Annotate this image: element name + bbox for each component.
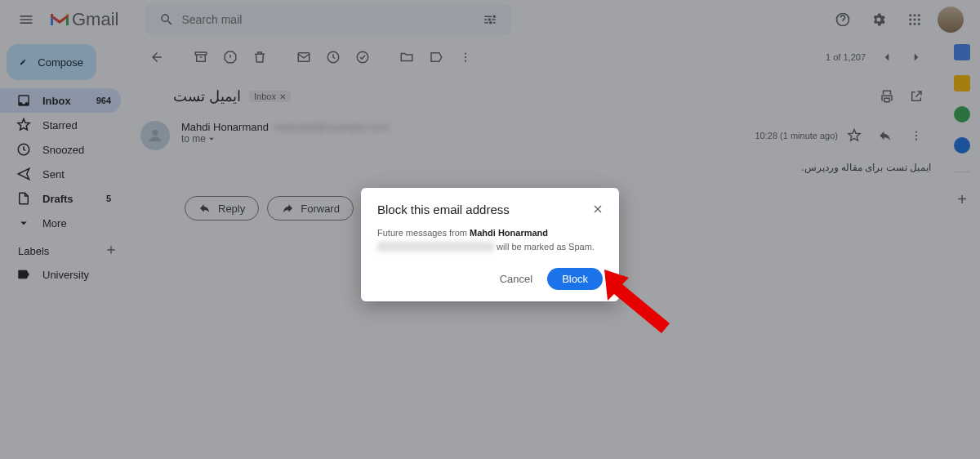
cancel-button[interactable]: Cancel: [490, 268, 542, 290]
close-icon: [591, 203, 604, 216]
dialog-text-prefix: Future messages from: [377, 228, 470, 238]
block-email-dialog: Block this email address Future messages…: [361, 188, 619, 301]
block-button[interactable]: Block: [547, 268, 603, 290]
dialog-actions: Cancel Block: [377, 268, 603, 290]
dialog-text-suffix: will be marked as Spam.: [494, 242, 595, 252]
dialog-text: Future messages from Mahdi Honarmand xxx…: [377, 226, 603, 253]
dialog-sender-name: Mahdi Honarmand: [470, 228, 548, 238]
dialog-title: Block this email address: [377, 203, 603, 216]
dialog-email-redacted: xxxxxxxxxxxxxxxxxxxxxxxxxx: [377, 242, 494, 252]
dialog-close-button[interactable]: [588, 199, 608, 219]
